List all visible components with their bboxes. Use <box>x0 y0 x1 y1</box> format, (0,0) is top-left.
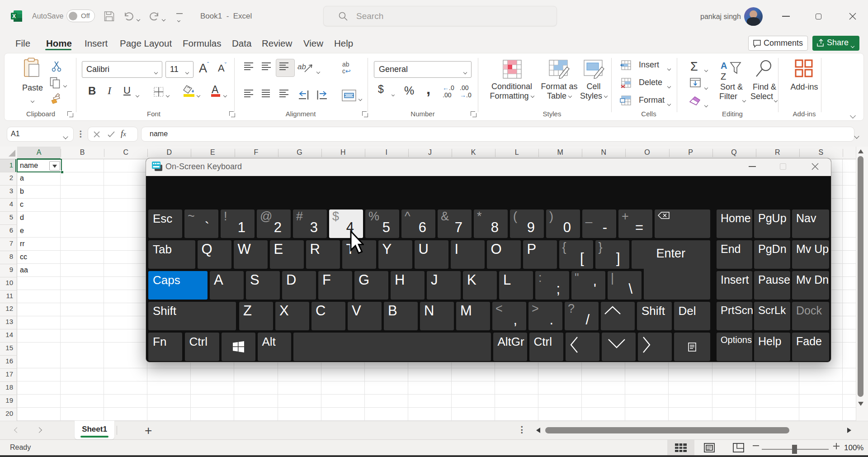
svg-text:X: X <box>12 13 16 19</box>
